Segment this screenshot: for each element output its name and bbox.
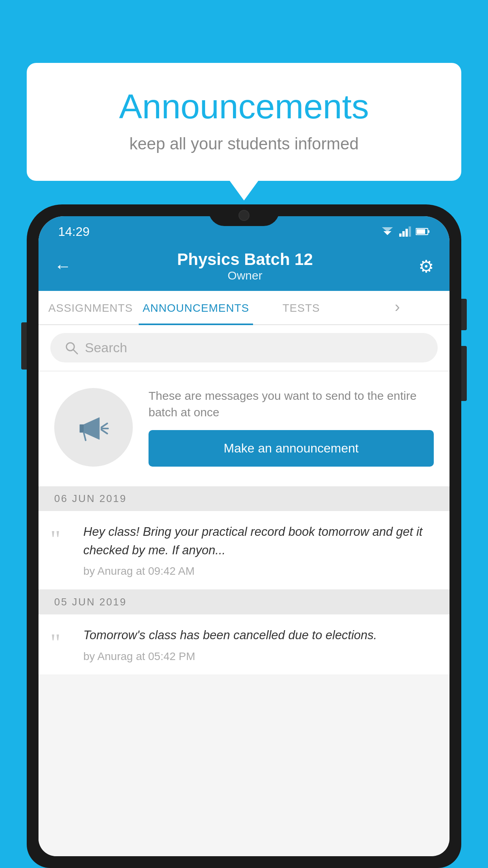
batch-role: Owner	[72, 269, 418, 282]
date-separator-2: 05 JUN 2019	[39, 590, 449, 614]
battery-icon	[416, 227, 430, 236]
settings-button[interactable]: ⚙	[418, 256, 434, 276]
svg-line-10	[73, 349, 77, 354]
announcement-meta-1: by Anurag at 09:42 AM	[83, 565, 434, 577]
batch-title: Physics Batch 12	[72, 250, 418, 269]
svg-rect-8	[416, 229, 425, 234]
speech-bubble-card: Announcements keep all your students inf…	[27, 63, 461, 181]
content-area: Search	[39, 325, 449, 856]
svg-line-15	[84, 432, 86, 440]
announcement-item-2[interactable]: " Tomorrow's class has been cancelled du…	[39, 614, 449, 675]
header-title-group: Physics Batch 12 Owner	[72, 250, 418, 282]
announcement-prompt: These are messages you want to send to t…	[39, 372, 449, 486]
phone-screen: 14:29	[39, 216, 449, 856]
phone-camera	[238, 210, 250, 221]
quote-icon-1: "	[50, 523, 74, 577]
wifi-icon	[380, 226, 394, 237]
svg-rect-3	[402, 231, 405, 237]
make-announcement-button[interactable]: Make an announcement	[149, 430, 434, 467]
status-icons	[380, 226, 430, 237]
search-icon	[64, 341, 79, 355]
svg-line-12	[101, 423, 107, 427]
side-button-right-bottom	[461, 346, 467, 401]
back-button[interactable]: ←	[54, 256, 72, 276]
date-separator-1: 06 JUN 2019	[39, 486, 449, 511]
announcement-text-2: Tomorrow's class has been cancelled due …	[83, 626, 434, 645]
phone-notch	[209, 204, 279, 226]
phone-frame: 14:29	[27, 204, 461, 868]
svg-rect-2	[399, 234, 402, 237]
speech-bubble-section: Announcements keep all your students inf…	[27, 63, 461, 181]
bubble-title: Announcements	[58, 86, 430, 127]
search-placeholder: Search	[85, 340, 127, 355]
signal-icon	[399, 226, 411, 237]
status-time: 14:29	[58, 224, 90, 239]
tab-announcements[interactable]: ANNOUNCEMENTS	[139, 291, 253, 324]
side-button-right-top	[461, 299, 467, 330]
quote-icon-2: "	[50, 626, 74, 663]
announcement-text-1: Hey class! Bring your practical record b…	[83, 523, 434, 559]
search-bar[interactable]: Search	[50, 333, 438, 362]
svg-rect-5	[409, 226, 411, 237]
announcement-meta-2: by Anurag at 05:42 PM	[83, 650, 434, 663]
tab-assignments[interactable]: ASSIGNMENTS	[42, 291, 139, 324]
svg-rect-11	[80, 425, 84, 432]
tab-tests[interactable]: TESTS	[253, 291, 349, 324]
app-header: ← Physics Batch 12 Owner ⚙	[39, 243, 449, 291]
side-button-left	[21, 322, 27, 370]
svg-rect-4	[405, 229, 408, 237]
announcement-icon-circle	[54, 388, 133, 467]
search-container: Search	[39, 325, 449, 370]
bubble-subtitle: keep all your students informed	[58, 134, 430, 153]
phone-mockup: 14:29	[27, 204, 461, 868]
announcement-description: These are messages you want to send to t…	[149, 388, 434, 421]
svg-rect-7	[428, 230, 429, 233]
announcement-content-2: Tomorrow's class has been cancelled due …	[83, 626, 434, 663]
tab-bar: ASSIGNMENTS ANNOUNCEMENTS TESTS ›	[39, 291, 449, 325]
megaphone-icon	[72, 406, 115, 449]
announcement-item-1[interactable]: " Hey class! Bring your practical record…	[39, 511, 449, 590]
svg-line-14	[101, 430, 107, 434]
announcement-content-1: Hey class! Bring your practical record b…	[83, 523, 434, 577]
tab-more[interactable]: ›	[349, 291, 446, 324]
announcement-right: These are messages you want to send to t…	[149, 388, 434, 467]
